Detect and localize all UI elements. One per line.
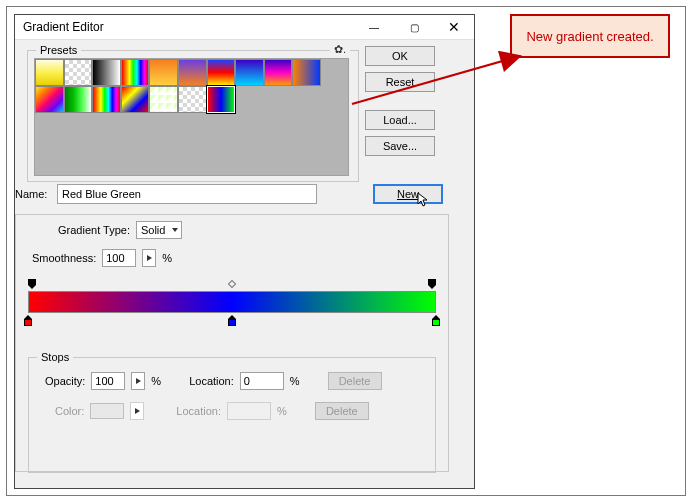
smoothness-pct: % (162, 252, 172, 264)
ok-button[interactable]: OK (365, 46, 435, 66)
preset-swatch[interactable] (92, 59, 121, 86)
cursor-icon (417, 192, 431, 208)
save-button[interactable]: Save... (365, 136, 435, 156)
preset-swatch[interactable] (64, 86, 93, 113)
location-input-2 (227, 402, 271, 420)
opacity-pct: % (151, 375, 161, 387)
location-label-2: Location: (176, 405, 221, 417)
gear-icon[interactable]: ✿. (330, 43, 350, 56)
color-well (90, 403, 124, 419)
presets-group: Presets ✿. (27, 50, 359, 182)
preset-swatch[interactable] (149, 86, 178, 113)
annotation-callout: New gradient created. (510, 14, 670, 58)
gradient-section: Gradient Type: Solid Smoothness: 100 % S… (15, 214, 449, 472)
color-stop[interactable] (23, 315, 33, 325)
opacity-stop-right[interactable] (427, 279, 437, 289)
color-stop[interactable] (431, 315, 441, 325)
minimize-button[interactable]: — (354, 15, 394, 39)
maximize-button[interactable]: ▢ (394, 15, 434, 39)
name-input[interactable]: Red Blue Green (57, 184, 317, 204)
smoothness-input[interactable]: 100 (102, 249, 136, 267)
new-button-label: New (397, 188, 419, 200)
delete-opacity-button: Delete (328, 372, 382, 390)
reset-button[interactable]: Reset (365, 72, 435, 92)
name-row: Name: Red Blue Green New (15, 184, 474, 204)
name-label: Name: (15, 188, 51, 200)
gradient-bar-area (28, 279, 436, 331)
side-buttons: OK Reset Load... Save... (365, 46, 435, 156)
location-pct-1: % (290, 375, 300, 387)
preset-swatch[interactable] (264, 59, 293, 86)
delete-color-button: Delete (315, 402, 369, 420)
presets-grid[interactable] (34, 58, 349, 176)
color-label: Color: (55, 405, 84, 417)
preset-swatch[interactable] (149, 59, 178, 86)
preset-swatch[interactable] (178, 86, 207, 113)
window-buttons: — ▢ ✕ (354, 15, 474, 39)
opacity-stop-left[interactable] (27, 279, 37, 289)
midpoint-diamond[interactable] (228, 280, 236, 288)
preset-swatch[interactable] (121, 86, 150, 113)
gradient-editor-window: Gradient Editor — ▢ ✕ Presets ✿. OK Rese… (14, 14, 475, 489)
preset-swatch[interactable] (207, 59, 236, 86)
opacity-stepper[interactable] (131, 372, 145, 390)
color-stop[interactable] (227, 315, 237, 325)
smoothness-label: Smoothness: (32, 252, 96, 264)
gradient-bar[interactable] (28, 291, 436, 313)
new-button[interactable]: New (373, 184, 443, 204)
preset-swatch[interactable] (121, 59, 150, 86)
preset-swatch[interactable] (92, 86, 121, 113)
opacity-label: Opacity: (45, 375, 85, 387)
preset-swatch[interactable] (64, 59, 93, 86)
stops-legend: Stops (37, 351, 73, 363)
location-label-1: Location: (189, 375, 234, 387)
close-button[interactable]: ✕ (434, 15, 474, 39)
gradient-type-label: Gradient Type: (58, 224, 130, 236)
titlebar: Gradient Editor — ▢ ✕ (15, 15, 474, 40)
load-button[interactable]: Load... (365, 110, 435, 130)
gradient-type-select[interactable]: Solid (136, 221, 182, 239)
smoothness-stepper[interactable] (142, 249, 156, 267)
preset-swatch[interactable] (178, 59, 207, 86)
stops-group: Stops Opacity: 100 % Location: 0 % Delet… (28, 357, 436, 473)
preset-swatch[interactable] (235, 59, 264, 86)
opacity-input[interactable]: 100 (91, 372, 125, 390)
location-input-1[interactable]: 0 (240, 372, 284, 390)
client-area: Presets ✿. OK Reset Load... Save... Name… (15, 40, 474, 488)
color-stepper (130, 402, 144, 420)
preset-swatch[interactable] (35, 86, 64, 113)
preset-swatch[interactable] (35, 59, 64, 86)
preset-swatch[interactable] (207, 86, 236, 113)
window-title: Gradient Editor (15, 20, 354, 34)
location-pct-2: % (277, 405, 287, 417)
preset-swatch[interactable] (292, 59, 321, 86)
presets-legend: Presets (36, 44, 81, 56)
